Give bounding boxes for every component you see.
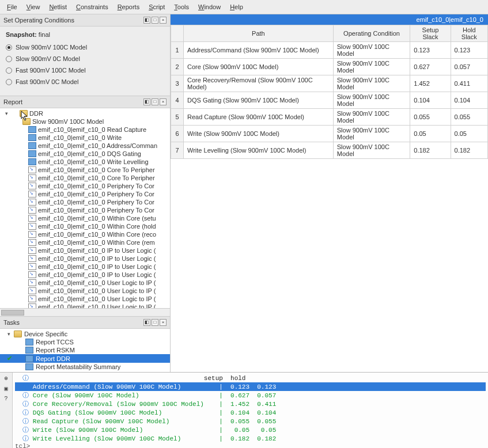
task-item[interactable]: ✔Report DDR — [0, 354, 170, 363]
cell: 0.123 — [451, 42, 487, 59]
tree-item[interactable]: emif_c10_0|emif_c10_0 Within Core (hold — [0, 222, 170, 230]
tree-item[interactable]: emif_c10_0|emif_c10_0 Within Core (rem — [0, 238, 170, 246]
tree-label: emif_c10_0|emif_c10_0 User Logic to IP ( — [38, 287, 156, 294]
tree-item[interactable]: emif_c10_0|emif_c10_0 User Logic to IP ( — [0, 279, 170, 287]
tree-item[interactable]: emif_c10_0|emif_c10_0 Address/Comman — [0, 142, 170, 150]
tree-item[interactable]: emif_c10_0|emif_c10_0 Within Core (reco — [0, 230, 170, 238]
tree-item[interactable]: emif_c10_0|emif_c10_0 Periphery To Cor — [0, 198, 170, 206]
menu-file[interactable]: File — [3, 2, 21, 12]
tree-item[interactable]: emif_c10_0|emif_c10_0 Within Core (setu — [0, 214, 170, 222]
pin-icon[interactable]: ◧ — [143, 17, 150, 24]
console-close-icon[interactable]: ⊗ — [4, 375, 7, 382]
console-line[interactable]: ⓘ Address/Command (Slow 900mV 100C Model… — [15, 382, 486, 391]
cell: 0.182 — [410, 142, 451, 159]
menu-view[interactable]: View — [23, 2, 44, 12]
cell: 0.057 — [451, 59, 487, 75]
task-item[interactable]: Report RSKM — [0, 346, 170, 354]
tree-label: emif_c10_0|emif_c10_0 Write Levelling — [38, 158, 149, 165]
horizontal-scrollbar[interactable] — [0, 308, 170, 316]
close-icon[interactable]: × — [160, 319, 167, 326]
column-header[interactable]: Hold Slack — [451, 25, 487, 42]
close-icon[interactable]: × — [160, 98, 167, 105]
tree-item[interactable]: emif_c10_0|emif_c10_0 IP to User Logic ( — [0, 271, 170, 279]
menu-help[interactable]: Help — [226, 2, 247, 12]
console-line[interactable]: ⓘ Write (Slow 900mV 100C Model) | 0.05 0… — [15, 426, 486, 434]
menu-tools[interactable]: Tools — [171, 2, 192, 12]
console-output[interactable]: ⓘ setup hold ⓘ Address/Command (Slow 900… — [13, 373, 488, 448]
console-line[interactable]: ⓘ Write Levelling (Slow 900mV 100C Model… — [15, 434, 486, 443]
opcond-option[interactable]: Slow 900mV 100C Model — [6, 41, 164, 53]
tree-label: emif_c10_0|emif_c10_0 IP to User Logic ( — [38, 263, 156, 270]
menu-script[interactable]: Script — [145, 2, 168, 12]
task-item[interactable]: Report TCCS — [0, 338, 170, 346]
task-item[interactable]: Report Metastability Summary — [0, 363, 170, 371]
report-tree[interactable]: ▾DDRSlow 900mV 100C Modelemif_c10_0|emif… — [0, 108, 170, 308]
radio-icon[interactable] — [6, 67, 12, 74]
expander-icon[interactable]: ▾ — [6, 331, 12, 337]
pin-icon[interactable]: ◧ — [143, 98, 150, 105]
console-prompt[interactable]: tcl> — [15, 443, 486, 448]
maximize-icon[interactable]: □ — [152, 319, 158, 326]
console-line[interactable]: ⓘ DQS Gating (Slow 900mV 100C Model) | 0… — [15, 408, 486, 417]
menu-constraints[interactable]: Constraints — [73, 2, 112, 12]
cell: Slow 900mV 100C Model — [333, 59, 410, 75]
table-row[interactable]: 4DQS Gating (Slow 900mV 100C Model)Slow … — [171, 92, 488, 109]
console-gutter: ⊗ ▣ ? — [0, 373, 13, 448]
opcond-option[interactable]: Slow 900mV 0C Model — [6, 53, 164, 64]
console-line[interactable]: ⓘ Read Capture (Slow 900mV 100C Model) |… — [15, 417, 486, 426]
pin-icon[interactable]: ◧ — [143, 319, 150, 326]
tree-item[interactable]: emif_c10_0|emif_c10_0 Periphery To Cor — [0, 190, 170, 198]
tree-item[interactable]: emif_c10_0|emif_c10_0 Read Capture — [0, 126, 170, 134]
tree-label: Slow 900mV 100C Model — [32, 118, 104, 125]
cell: DQS Gating (Slow 900mV 100C Model) — [184, 92, 334, 109]
table-row[interactable]: 1Address/Command (Slow 900mV 100C Model)… — [171, 42, 488, 59]
column-header[interactable]: Path — [184, 25, 334, 42]
radio-icon[interactable] — [6, 44, 12, 51]
tree-item[interactable]: emif_c10_0|emif_c10_0 IP to User Logic ( — [0, 246, 170, 255]
close-icon[interactable]: × — [160, 17, 167, 24]
maximize-icon[interactable]: □ — [152, 98, 158, 105]
maximize-icon[interactable]: □ — [152, 17, 158, 24]
table-row[interactable]: 6Write (Slow 900mV 100C Model)Slow 900mV… — [171, 126, 488, 142]
tree-item[interactable]: emif_c10_0|emif_c10_0 Periphery To Cor — [0, 206, 170, 214]
radio-icon[interactable] — [6, 56, 12, 62]
tree-item[interactable]: emif_c10_0|emif_c10_0 IP to User Logic ( — [0, 255, 170, 263]
table-row[interactable]: 5Read Capture (Slow 900mV 100C Model)Slo… — [171, 109, 488, 126]
expander-icon[interactable]: ▾ — [3, 111, 9, 116]
tree-item[interactable]: emif_c10_0|emif_c10_0 Periphery To Cor — [0, 182, 170, 190]
table-row[interactable]: 7Write Levelling (Slow 900mV 100C Model)… — [171, 142, 488, 159]
tasks-list: ▾ Device Specific Report TCCSReport RSKM… — [0, 329, 170, 372]
tree-label: emif_c10_0|emif_c10_0 Periphery To Cor — [38, 199, 154, 206]
tree-item[interactable]: Slow 900mV 100C Model — [0, 117, 170, 126]
report-title: Report — [3, 98, 22, 105]
table-row[interactable]: 2Core (Slow 900mV 100C Model)Slow 900mV … — [171, 59, 488, 75]
tasks-group[interactable]: ▾ Device Specific — [0, 330, 170, 338]
tree-item[interactable]: emif_c10_0|emif_c10_0 Write — [0, 134, 170, 142]
tree-item[interactable]: ▾DDR — [0, 109, 170, 117]
tree-item[interactable]: emif_c10_0|emif_c10_0 Core To Peripher — [0, 174, 170, 182]
menu-netlist[interactable]: Netlist — [46, 2, 70, 12]
tree-item[interactable]: emif_c10_0|emif_c10_0 User Logic to IP ( — [0, 295, 170, 303]
tree-item[interactable]: emif_c10_0|emif_c10_0 Core To Peripher — [0, 166, 170, 174]
menu-reports[interactable]: Reports — [114, 2, 143, 12]
menu-window[interactable]: Window — [195, 2, 224, 12]
table-row[interactable]: 3Core Recovery/Removal (Slow 900mV 100C … — [171, 75, 488, 92]
console-header: ⓘ setup hold — [15, 374, 486, 382]
column-header[interactable]: Setup Slack — [410, 25, 451, 42]
console-line[interactable]: ⓘ Core (Slow 900mV 100C Model) | 0.627 0… — [15, 391, 486, 400]
timing-table[interactable]: PathOperating ConditionSetup SlackHold S… — [171, 25, 488, 159]
tree-item[interactable]: emif_c10_0|emif_c10_0 User Logic to IP ( — [0, 287, 170, 295]
opcond-option[interactable]: Fast 900mV 0C Model — [6, 76, 164, 88]
radio-icon[interactable] — [6, 79, 12, 85]
console-line[interactable]: ⓘ Core Recovery/Removal (Slow 900mV 100C… — [15, 400, 486, 408]
column-header[interactable]: Operating Condition — [333, 25, 410, 42]
tree-item[interactable]: emif_c10_0|emif_c10_0 Write Levelling — [0, 158, 170, 166]
tree-item[interactable]: emif_c10_0|emif_c10_0 User Logic to IP ( — [0, 303, 170, 308]
opcond-option[interactable]: Fast 900mV 100C Model — [6, 64, 164, 76]
tree-item[interactable]: emif_c10_0|emif_c10_0 IP to User Logic ( — [0, 263, 170, 271]
column-header[interactable] — [171, 25, 184, 42]
tree-item[interactable]: emif_c10_0|emif_c10_0 DQS Gating — [0, 150, 170, 158]
console-filter-icon[interactable]: ▣ — [4, 385, 7, 392]
cell: Slow 900mV 100C Model — [333, 126, 410, 142]
console-help-icon[interactable]: ? — [4, 396, 7, 402]
